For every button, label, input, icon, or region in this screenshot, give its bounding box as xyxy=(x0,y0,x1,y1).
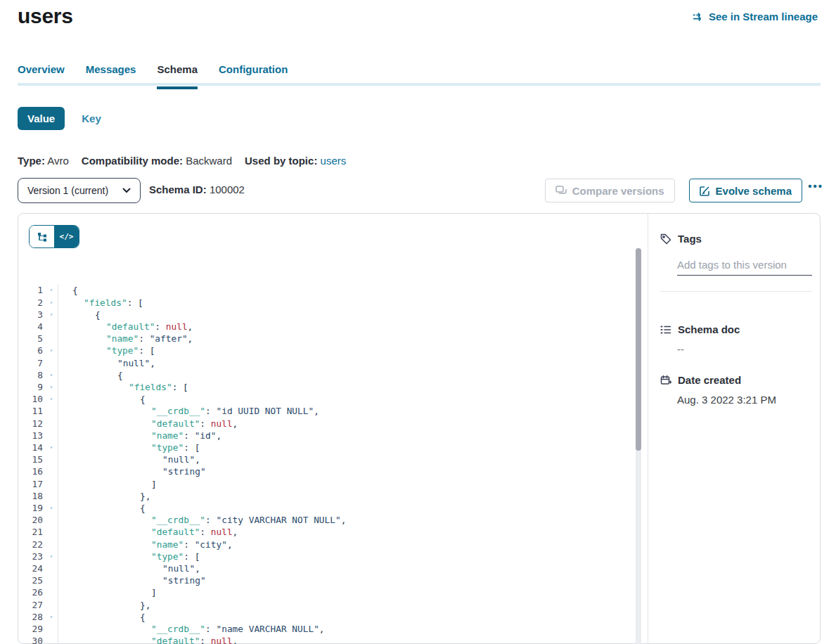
version-actions: Compare versions Evolve schema xyxy=(545,179,802,202)
fold-toggle-icon[interactable]: ▾ xyxy=(45,381,58,393)
fold-toggle-icon[interactable]: ▾ xyxy=(45,297,58,309)
code-view-button[interactable]: </> xyxy=(54,226,79,247)
code-text: "__crdb__": "name VARCHAR NULL", xyxy=(58,623,325,635)
line-number: 21 xyxy=(18,526,45,538)
stream-lineage-icon xyxy=(693,11,704,22)
fold-toggle-icon[interactable]: ▾ xyxy=(45,611,58,623)
schema-id-label: Schema ID: xyxy=(149,183,207,195)
compatibility-mode: Compatibility mode: Backward xyxy=(82,155,232,167)
sidebar-divider xyxy=(660,291,812,292)
code-text: }, xyxy=(58,599,150,611)
scrollbar-thumb[interactable] xyxy=(636,248,641,451)
fold-gutter xyxy=(45,562,58,574)
compare-versions-button[interactable]: Compare versions xyxy=(545,179,675,202)
code-text: { xyxy=(58,309,101,321)
fold-gutter xyxy=(45,599,58,611)
scrollbar-track[interactable] xyxy=(636,248,641,644)
line-number: 18 xyxy=(18,490,45,502)
line-number: 13 xyxy=(18,430,45,442)
list-icon xyxy=(660,324,671,335)
code-line: 17] xyxy=(18,478,636,490)
line-number: 20 xyxy=(18,514,45,526)
line-number: 11 xyxy=(18,405,45,417)
fold-toggle-icon[interactable]: ▾ xyxy=(45,369,58,381)
schema-doc-value: -- xyxy=(677,343,821,355)
code-line: 1▾{ xyxy=(18,284,636,296)
code-lines: 1▾{2▾"fields": [3▾{4"default": null,5"na… xyxy=(18,284,636,644)
code-line: 12"default": null, xyxy=(18,418,636,430)
code-line: 25"string" xyxy=(18,574,636,586)
version-select-value: Version 1 (current) xyxy=(27,185,108,196)
code-text: "name": "after", xyxy=(58,333,193,344)
code-text: "__crdb__": "id UUID NOT NULL", xyxy=(58,405,319,417)
schema-sidebar: Tags Schema doc -- Date created Aug. 3 2… xyxy=(648,214,821,406)
fold-gutter xyxy=(45,478,58,490)
line-number: 24 xyxy=(18,562,45,574)
compatibility-mode-value: Backward xyxy=(186,155,232,167)
line-number: 5 xyxy=(18,333,45,344)
code-text: "default": null, xyxy=(58,418,238,430)
schema-doc-title: Schema doc xyxy=(678,323,740,335)
fold-gutter xyxy=(45,623,58,635)
fold-gutter xyxy=(45,526,58,538)
date-created-header: Date created xyxy=(660,374,821,386)
code-line: 4"default": null, xyxy=(18,321,636,333)
code-text: "name": "city", xyxy=(58,539,233,550)
code-text: }, xyxy=(58,490,150,502)
page-title: users xyxy=(18,4,73,28)
fold-gutter xyxy=(45,586,58,598)
fold-gutter xyxy=(45,418,58,430)
stream-lineage-label: See in Stream lineage xyxy=(709,11,818,22)
fold-toggle-icon[interactable]: ▾ xyxy=(45,550,58,562)
code-text: "null", xyxy=(58,562,200,574)
more-options-button[interactable]: ••• xyxy=(808,180,823,192)
fold-toggle-icon[interactable]: ▾ xyxy=(45,344,58,356)
line-number: 6 xyxy=(18,344,45,356)
evolve-schema-button[interactable]: Evolve schema xyxy=(689,179,802,202)
code-line: 30"default": null, xyxy=(18,635,636,644)
fold-toggle-icon[interactable]: ▾ xyxy=(45,284,58,296)
code-line: 6▾"type": [ xyxy=(18,344,636,356)
topic-link[interactable]: users xyxy=(321,155,347,167)
line-number: 8 xyxy=(18,369,45,381)
code-line: 26] xyxy=(18,586,636,598)
date-created-value: Aug. 3 2022 3:21 PM xyxy=(677,394,821,406)
fold-gutter xyxy=(45,574,58,586)
code-text: { xyxy=(58,284,78,296)
value-toggle-button[interactable]: Value xyxy=(18,107,65,130)
stream-lineage-link[interactable]: See in Stream lineage xyxy=(693,11,818,22)
code-text: { xyxy=(58,393,146,405)
code-text: "default": null, xyxy=(58,635,238,644)
schema-type: Type: Avro xyxy=(18,155,69,167)
view-mode-toggle: </> xyxy=(29,225,79,248)
tag-icon xyxy=(660,233,671,245)
evolve-schema-icon xyxy=(700,186,710,196)
code-text: "fields": [ xyxy=(58,381,188,393)
code-text: "__crdb__": "city VARCHAR NOT NULL", xyxy=(58,514,346,526)
fold-gutter xyxy=(45,321,58,333)
fold-toggle-icon[interactable]: ▾ xyxy=(45,393,58,405)
code-line: 15"null", xyxy=(18,453,636,465)
code-line: 3▾{ xyxy=(18,309,636,321)
code-line: 22"name": "city", xyxy=(18,539,636,550)
code-line: 2▾"fields": [ xyxy=(18,297,636,309)
code-line: 19▾{ xyxy=(18,502,636,514)
code-editor: 1▾{2▾"fields": [3▾{4"default": null,5"na… xyxy=(18,260,636,644)
code-text: "default": null, xyxy=(58,526,238,538)
tree-view-button[interactable] xyxy=(30,226,54,247)
fold-toggle-icon[interactable]: ▾ xyxy=(45,442,58,453)
line-number: 22 xyxy=(18,539,45,550)
code-line: 16"string" xyxy=(18,465,636,477)
fold-gutter xyxy=(45,357,58,369)
fold-toggle-icon[interactable]: ▾ xyxy=(45,309,58,321)
line-number: 16 xyxy=(18,465,45,477)
tags-input[interactable] xyxy=(677,259,812,276)
version-select[interactable]: Version 1 (current) xyxy=(18,178,141,203)
line-number: 28 xyxy=(18,611,45,623)
fold-toggle-icon[interactable]: ▾ xyxy=(45,502,58,514)
key-toggle-button[interactable]: Key xyxy=(82,112,101,124)
fold-gutter xyxy=(45,465,58,477)
used-by-topic: Used by topic: users xyxy=(245,155,346,167)
code-line: 23▾"type": [ xyxy=(18,550,636,562)
line-number: 2 xyxy=(18,297,45,309)
